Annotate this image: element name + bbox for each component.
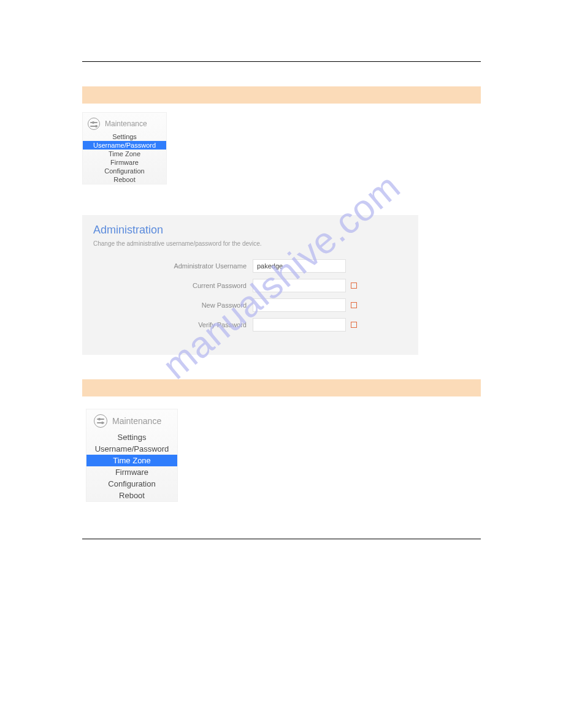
administration-title: Administration <box>93 224 407 237</box>
label-admin-username: Administrator Username <box>93 262 253 270</box>
bottom-rule <box>82 539 481 539</box>
maintenance-title: Maintenance <box>112 416 161 426</box>
sidebar-item-reboot[interactable]: Reboot <box>83 175 166 184</box>
row-current-password: Current Password <box>93 279 407 292</box>
page-content: Maintenance Settings Username/Password T… <box>0 0 563 576</box>
maintenance-title: Maintenance <box>105 119 147 128</box>
sidebar-item-time-zone[interactable]: Time Zone <box>86 455 177 466</box>
row-verify-password: Verify Password <box>93 318 407 332</box>
input-verify-password[interactable] <box>253 318 346 332</box>
label-verify-password: Verify Password <box>93 321 253 328</box>
sidebar-item-username-password[interactable]: Username/Password <box>86 443 177 455</box>
input-current-password[interactable] <box>253 279 346 292</box>
maintenance-menu: Settings Username/Password Time Zone Fir… <box>86 431 177 501</box>
sidebar-item-settings[interactable]: Settings <box>86 431 177 443</box>
label-current-password: Current Password <box>93 282 253 289</box>
maintenance-nav-panel-2: Maintenance Settings Username/Password T… <box>86 409 178 502</box>
administration-description: Change the administrative username/passw… <box>93 240 407 247</box>
maintenance-nav-panel-1: Maintenance Settings Username/Password T… <box>82 112 167 184</box>
row-new-password: New Password <box>93 298 407 312</box>
maintenance-header: Maintenance <box>83 113 166 132</box>
input-admin-username[interactable] <box>253 259 346 273</box>
label-new-password: New Password <box>93 301 253 309</box>
section-bar-time-zone <box>82 379 481 396</box>
checkbox-show-new-password[interactable] <box>351 302 357 308</box>
sidebar-item-reboot[interactable]: Reboot <box>86 490 177 501</box>
sidebar-item-configuration[interactable]: Configuration <box>86 478 177 490</box>
section-bar-username-password <box>82 86 481 104</box>
sidebar-item-settings[interactable]: Settings <box>83 132 166 141</box>
administration-panel: Administration Change the administrative… <box>82 215 418 355</box>
sidebar-item-time-zone[interactable]: Time Zone <box>83 150 166 158</box>
sidebar-item-configuration[interactable]: Configuration <box>83 167 166 175</box>
checkbox-show-current-password[interactable] <box>351 282 357 289</box>
maintenance-menu: Settings Username/Password Time Zone Fir… <box>83 132 166 184</box>
input-new-password[interactable] <box>253 298 346 312</box>
row-admin-username: Administrator Username <box>93 259 407 273</box>
maintenance-sliders-icon <box>94 414 107 428</box>
maintenance-header: Maintenance <box>86 409 177 431</box>
sidebar-item-firmware[interactable]: Firmware <box>83 158 166 167</box>
sidebar-item-username-password[interactable]: Username/Password <box>83 141 166 150</box>
maintenance-sliders-icon <box>88 118 100 130</box>
checkbox-show-verify-password[interactable] <box>351 322 357 328</box>
top-rule <box>82 61 481 62</box>
sidebar-item-firmware[interactable]: Firmware <box>86 466 177 478</box>
